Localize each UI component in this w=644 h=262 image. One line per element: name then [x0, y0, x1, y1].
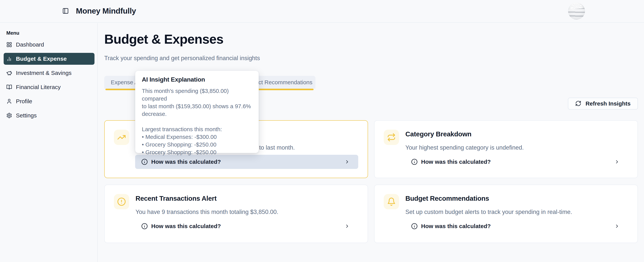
card-description: Set up custom budget alerts to track you…	[406, 209, 572, 216]
tooltip-bullet: • Medical Expenses: -$300.00	[142, 133, 252, 141]
avatar-image[interactable]	[568, 3, 585, 19]
chevron-right-icon	[614, 159, 620, 165]
piggy-bank-icon	[6, 70, 12, 76]
card-recent-transactions-alert: Recent Transactions Alert You have 9 tra…	[104, 185, 368, 243]
bell-icon	[384, 194, 399, 209]
book-open-icon	[6, 84, 12, 90]
chevron-right-icon	[614, 224, 620, 229]
tooltip-spacer	[142, 118, 252, 125]
tooltip-list-header: Largest transactions this month:	[142, 125, 252, 133]
sidebar-section-label: Menu	[6, 30, 97, 36]
user-icon	[6, 98, 12, 104]
sidebar-item-label: Settings	[16, 112, 36, 119]
card-description: You have 9 transactions this month total…	[136, 209, 278, 216]
sidebar-item-investment-savings[interactable]: Investment & Savings	[4, 67, 94, 79]
card-title: Category Breakdown	[406, 130, 472, 138]
main-content: Budget & Expenses Track your spending an…	[98, 23, 644, 262]
tab-recommendations[interactable]: ct Recommendations	[258, 76, 312, 89]
sidebar-nav: Dashboard Budget & Expense Investment & …	[0, 39, 97, 121]
tooltip-text-line: to last month ($159,350.00) shows a 97.6…	[142, 102, 252, 110]
refresh-insights-button[interactable]: Refresh Insights	[568, 98, 638, 110]
chevron-right-icon	[344, 159, 350, 165]
app-title: Money Mindfully	[76, 6, 136, 15]
ai-insight-tooltip: AI Insight Explanation This month's spen…	[135, 71, 259, 153]
how-calculated-label: How was this calculated?	[151, 223, 221, 230]
chevron-right-icon	[344, 224, 350, 229]
sidebar-item-dashboard[interactable]: Dashboard	[4, 39, 94, 50]
how-calculated-button[interactable]: How was this calculated?	[135, 155, 358, 169]
app-header: Money Mindfully	[0, 0, 644, 23]
tooltip-bullet: • Grocery Shopping: -$250.00	[142, 148, 252, 156]
layout-grid-icon	[6, 42, 12, 47]
tooltip-bullet: • Grocery Shopping: -$250.00	[142, 141, 252, 148]
page-title: Budget & Expenses	[104, 32, 224, 46]
refresh-icon	[575, 100, 581, 107]
info-icon	[411, 223, 418, 230]
bar-chart-icon	[6, 56, 12, 62]
tooltip-text-line: decrease.	[142, 110, 252, 118]
trending-up-icon	[114, 130, 129, 145]
panel-left-icon	[62, 12, 69, 15]
how-calculated-button[interactable]: How was this calculated?	[405, 155, 628, 169]
info-icon	[411, 159, 418, 165]
sidebar-item-settings[interactable]: Settings	[4, 110, 94, 121]
how-calculated-label: How was this calculated?	[151, 159, 221, 165]
repeat-icon	[384, 130, 399, 145]
alert-circle-icon	[114, 194, 129, 209]
how-calculated-label: How was this calculated?	[421, 223, 491, 230]
card-description: Your highest spending category is undefi…	[406, 144, 524, 151]
sidebar-item-label: Investment & Savings	[16, 70, 72, 76]
info-icon	[141, 223, 148, 230]
info-icon	[141, 159, 148, 165]
gear-icon	[6, 113, 12, 118]
card-title: Budget Recommendations	[406, 195, 489, 202]
how-calculated-button[interactable]: How was this calculated?	[405, 219, 628, 233]
sidebar-item-label: Profile	[16, 98, 32, 105]
sidebar-item-financial-literacy[interactable]: Financial Literacy	[4, 81, 94, 93]
sidebar-item-budget-expense[interactable]: Budget & Expense	[4, 53, 94, 65]
page-subtitle: Track your spending and get personalized…	[104, 55, 260, 62]
card-description-fragment: to last month.	[259, 144, 295, 151]
sidebar-item-label: Dashboard	[16, 41, 44, 48]
sidebar-item-profile[interactable]: Profile	[4, 95, 94, 107]
card-budget-recommendations: Budget Recommendations Set up custom bud…	[374, 185, 638, 243]
card-category-breakdown: Category Breakdown Your highest spending…	[374, 120, 638, 178]
sidebar: Menu Dashboard Budget & Expense Investme…	[0, 23, 98, 262]
sidebar-item-label: Financial Literacy	[16, 84, 60, 90]
refresh-insights-label: Refresh Insights	[586, 100, 630, 107]
how-calculated-button[interactable]: How was this calculated?	[135, 219, 358, 233]
tooltip-text-line: This month's spending ($3,850.00) compar…	[142, 87, 252, 102]
tab-expense-analysis[interactable]: Expense A	[111, 76, 138, 89]
app-window: Money Mindfully Menu Dashboard Budget & …	[0, 0, 644, 262]
sidebar-toggle-button[interactable]	[62, 7, 70, 15]
how-calculated-label: How was this calculated?	[421, 159, 491, 165]
tooltip-title: AI Insight Explanation	[142, 76, 252, 83]
sidebar-item-label: Budget & Expense	[16, 55, 67, 62]
card-title: Recent Transactions Alert	[136, 195, 216, 202]
